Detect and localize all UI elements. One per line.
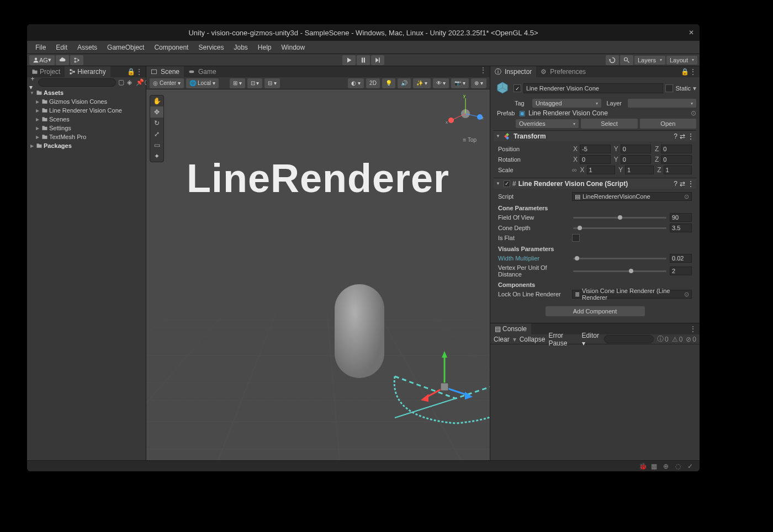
fov-input[interactable] bbox=[670, 213, 692, 222]
overrides-dropdown[interactable]: Overrides bbox=[516, 119, 579, 128]
active-checkbox[interactable] bbox=[513, 84, 521, 92]
script-header[interactable]: ▼ # Line Renderer Vision Cone (Script) ?… bbox=[494, 178, 696, 189]
fold-icon[interactable]: ▼ bbox=[29, 91, 35, 95]
width-slider[interactable] bbox=[573, 258, 666, 259]
tree-item[interactable]: ▶Line Renderer Vision Cone bbox=[27, 106, 146, 115]
rot-x[interactable] bbox=[580, 155, 611, 164]
help-icon[interactable]: ? bbox=[674, 180, 677, 188]
move-gizmo[interactable] bbox=[420, 349, 475, 404]
light-toggle[interactable]: 💡 bbox=[382, 78, 395, 88]
vcs-button[interactable] bbox=[70, 55, 83, 65]
layer-dropdown[interactable] bbox=[628, 99, 697, 108]
script-enabled-checkbox[interactable] bbox=[504, 180, 510, 187]
console-search[interactable] bbox=[604, 335, 654, 343]
menu-file[interactable]: File bbox=[30, 41, 51, 54]
undo-history-button[interactable] bbox=[606, 55, 619, 65]
fold-icon[interactable]: ▶ bbox=[35, 108, 40, 113]
fx-toggle[interactable]: ✨ ▾ bbox=[413, 78, 431, 88]
autosave-icon[interactable]: ⊕ bbox=[663, 462, 671, 470]
search-button[interactable] bbox=[620, 55, 633, 65]
static-checkbox[interactable] bbox=[665, 84, 673, 92]
scl-y[interactable] bbox=[625, 166, 653, 174]
menu-icon[interactable]: ⋮ bbox=[687, 180, 694, 188]
collapse-toggle[interactable]: Collapse bbox=[520, 336, 546, 343]
clear-button[interactable]: Clear bbox=[494, 336, 510, 343]
transform-tool[interactable]: ✦ bbox=[150, 151, 163, 162]
warn-count[interactable]: ⚠ 0 bbox=[672, 334, 683, 344]
error-count[interactable]: ⊘ 0 bbox=[686, 334, 696, 344]
hidden-toggle[interactable]: 👁 ▾ bbox=[433, 78, 449, 88]
pivot-dropdown[interactable]: ◎ Center ▾ bbox=[150, 78, 184, 88]
transform-header[interactable]: ▼ Transform ? ⇄ ⋮ bbox=[494, 130, 696, 141]
vpu-input[interactable] bbox=[670, 267, 692, 275]
tree-root[interactable]: ▼ Assets bbox=[27, 88, 146, 97]
fold-icon[interactable]: ▶ bbox=[35, 99, 40, 104]
scale-tool[interactable]: ⤢ bbox=[150, 129, 163, 140]
tab-game[interactable]: Game bbox=[184, 66, 221, 77]
pin-icon[interactable]: 📌 bbox=[136, 78, 144, 86]
pos-x[interactable] bbox=[580, 145, 611, 153]
2d-toggle[interactable]: 2D bbox=[366, 78, 380, 88]
select-prefab-button[interactable]: Select bbox=[581, 119, 637, 129]
close-icon[interactable]: ✕ bbox=[687, 29, 695, 36]
cloud-button[interactable] bbox=[56, 55, 69, 65]
rotate-tool[interactable]: ↻ bbox=[150, 118, 163, 129]
fold-icon[interactable]: ▶ bbox=[35, 117, 40, 122]
vpu-slider[interactable] bbox=[573, 270, 666, 272]
orientation-gizmo[interactable]: y z x bbox=[444, 93, 486, 135]
fov-slider[interactable] bbox=[573, 217, 666, 219]
layers-dropdown[interactable]: Layers bbox=[634, 56, 665, 65]
lockon-objref[interactable]: ≣ Vision Cone Line Renderer (Line Render… bbox=[572, 290, 692, 299]
tab-preferences[interactable]: ⚙Preferences bbox=[536, 66, 590, 77]
tab-console[interactable]: ▤ Console bbox=[490, 323, 531, 334]
errorpause-toggle[interactable]: Error Pause bbox=[548, 332, 578, 347]
tree-item[interactable]: ▶Scenes bbox=[27, 115, 146, 124]
fold-icon[interactable]: ▼ bbox=[496, 181, 501, 186]
tab-menu-icon[interactable]: ⋮ bbox=[136, 68, 144, 76]
tag-dropdown[interactable]: Untagged bbox=[532, 99, 601, 108]
lock-icon[interactable]: 🔒 bbox=[127, 68, 135, 76]
isflat-checkbox[interactable] bbox=[572, 234, 580, 242]
menu-assets[interactable]: Assets bbox=[72, 41, 102, 54]
hierarchy-search[interactable] bbox=[38, 78, 116, 87]
menu-edit[interactable]: Edit bbox=[51, 41, 72, 54]
static-dropdown[interactable]: ▾ bbox=[693, 84, 696, 92]
fold-icon[interactable]: ▶ bbox=[29, 143, 35, 148]
checkmark-icon[interactable]: ✓ bbox=[687, 462, 695, 470]
script-objref[interactable]: ▤ LineRendererVisionCone bbox=[572, 192, 692, 201]
menu-component[interactable]: Component bbox=[149, 41, 193, 54]
layout-dropdown[interactable]: Layout bbox=[666, 56, 697, 65]
gameobject-name-input[interactable] bbox=[523, 83, 663, 93]
prefab-target-icon[interactable]: ⊙ bbox=[691, 109, 696, 117]
rot-z[interactable] bbox=[661, 155, 692, 164]
preset-icon[interactable]: ⇄ bbox=[680, 132, 685, 140]
grid-snap[interactable]: ⊞ ▾ bbox=[230, 78, 245, 88]
tab-menu-icon[interactable]: ⋮ bbox=[690, 325, 697, 333]
tab-inspector[interactable]: ⓘInspector bbox=[490, 66, 536, 77]
account-dropdown[interactable]: AG ▾ bbox=[29, 55, 55, 65]
depth-slider[interactable] bbox=[573, 227, 666, 229]
preset-icon[interactable]: ⇄ bbox=[680, 180, 685, 188]
debugger-icon[interactable]: 🐞 bbox=[639, 462, 647, 470]
tree-item[interactable]: ▶TextMesh Pro bbox=[27, 132, 146, 141]
pos-y[interactable] bbox=[621, 145, 652, 153]
pause-button[interactable] bbox=[357, 55, 370, 65]
view-tool[interactable]: ✋ bbox=[150, 95, 163, 107]
fold-icon[interactable]: ▶ bbox=[35, 126, 40, 131]
tab-scene[interactable]: Scene bbox=[146, 66, 184, 77]
menu-icon[interactable]: ⋮ bbox=[687, 132, 694, 140]
help-icon[interactable]: ? bbox=[674, 132, 677, 140]
filter-icon[interactable]: ▢ bbox=[118, 78, 126, 86]
scene-view[interactable]: ✋ ✥ ↻ ⤢ ▭ ✦ LineRenderer bbox=[146, 89, 490, 460]
tree-item[interactable]: ▶Gizmos Vision Cones bbox=[27, 97, 146, 106]
info-count[interactable]: ⓘ 0 bbox=[657, 334, 669, 344]
open-prefab-button[interactable]: Open bbox=[640, 119, 696, 129]
scale-link-icon[interactable]: ∞ bbox=[572, 166, 577, 174]
step-button[interactable] bbox=[371, 55, 384, 65]
tree-item[interactable]: ▶Settings bbox=[27, 124, 146, 132]
menu-gameobject[interactable]: GameObject bbox=[102, 41, 149, 54]
local-dropdown[interactable]: 🌐 Local ▾ bbox=[186, 78, 219, 88]
width-label-link[interactable]: Width Multiplier bbox=[498, 255, 570, 262]
tab-menu-icon[interactable]: ⋮ bbox=[480, 66, 488, 74]
scl-z[interactable] bbox=[664, 166, 692, 174]
